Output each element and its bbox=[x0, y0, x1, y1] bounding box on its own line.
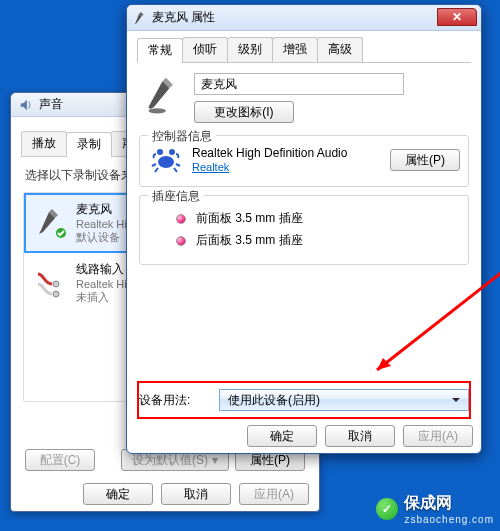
tab-general[interactable]: 常规 bbox=[137, 38, 183, 63]
jack-item: 后面板 3.5 mm 插座 bbox=[176, 232, 460, 249]
ok-button[interactable]: 确定 bbox=[247, 425, 317, 447]
svg-point-4 bbox=[158, 156, 174, 168]
svg-point-1 bbox=[53, 281, 59, 287]
prop-titlebar: 麦克风 属性 ✕ bbox=[127, 5, 481, 31]
change-icon-button[interactable]: 更改图标(I) bbox=[194, 101, 294, 123]
device-name: 线路输入 bbox=[76, 261, 133, 278]
tab-record[interactable]: 录制 bbox=[66, 132, 112, 157]
tab-enhance[interactable]: 增强 bbox=[272, 37, 318, 62]
speaker-icon bbox=[19, 98, 33, 112]
usage-label: 设备用法: bbox=[139, 392, 219, 409]
controller-info-group: 控制器信息 Realtek High Definition Audio Real… bbox=[139, 135, 469, 187]
jack-pink-icon bbox=[176, 214, 186, 224]
jack-info-group: 插座信息 前面板 3.5 mm 插座 后面板 3.5 mm 插座 bbox=[139, 195, 469, 265]
prop-tabs: 常规 侦听 级别 增强 高级 bbox=[137, 37, 471, 63]
device-name-input[interactable] bbox=[194, 73, 404, 95]
jack-label: 前面板 3.5 mm 插座 bbox=[196, 210, 303, 227]
tab-playback[interactable]: 播放 bbox=[21, 131, 67, 156]
usage-row: 设备用法: 使用此设备(启用) bbox=[139, 389, 469, 411]
close-button[interactable]: ✕ bbox=[437, 8, 477, 26]
mic-small-icon bbox=[133, 11, 147, 25]
sound-footer: 确定 取消 应用(A) bbox=[11, 483, 319, 505]
controller-legend: 控制器信息 bbox=[148, 128, 216, 145]
svg-point-3 bbox=[148, 108, 165, 113]
realtek-crab-icon bbox=[150, 144, 182, 176]
controller-props-button[interactable]: 属性(P) bbox=[390, 149, 460, 171]
device-sub: Realtek Hig bbox=[76, 278, 133, 290]
svg-point-6 bbox=[169, 149, 175, 155]
name-row: 更改图标(I) bbox=[137, 63, 471, 127]
mic-properties-window: 麦克风 属性 ✕ 常规 侦听 级别 增强 高级 更改图标(I) 控制器信息 bbox=[126, 4, 482, 454]
tab-levels[interactable]: 级别 bbox=[227, 37, 273, 62]
cancel-button[interactable]: 取消 bbox=[161, 483, 231, 505]
jack-pink-icon bbox=[176, 236, 186, 246]
annotation-arrow bbox=[357, 267, 500, 377]
vendor-link[interactable]: Realtek bbox=[192, 161, 229, 173]
prop-title: 麦克风 属性 bbox=[152, 9, 215, 26]
close-icon: ✕ bbox=[452, 10, 462, 24]
apply-button[interactable]: 应用(A) bbox=[239, 483, 309, 505]
tab-listen[interactable]: 侦听 bbox=[182, 37, 228, 62]
line-in-icon bbox=[34, 266, 68, 300]
device-sub: Realtek Hig bbox=[76, 218, 133, 230]
watermark-logo-icon: ✓ bbox=[376, 498, 398, 520]
mic-large-icon bbox=[145, 73, 180, 119]
controller-name: Realtek High Definition Audio bbox=[192, 146, 390, 160]
usage-value: 使用此设备(启用) bbox=[228, 392, 320, 409]
mic-icon bbox=[34, 206, 68, 240]
svg-point-2 bbox=[53, 291, 59, 297]
usage-select[interactable]: 使用此设备(启用) bbox=[219, 389, 469, 411]
cancel-button[interactable]: 取消 bbox=[325, 425, 395, 447]
jack-label: 后面板 3.5 mm 插座 bbox=[196, 232, 303, 249]
watermark-brand: 保成网 bbox=[404, 493, 494, 514]
tab-advanced[interactable]: 高级 bbox=[317, 37, 363, 62]
watermark: ✓ 保成网 zsbaocheng.com bbox=[376, 493, 494, 525]
ok-button[interactable]: 确定 bbox=[83, 483, 153, 505]
device-status: 默认设备 bbox=[76, 230, 133, 245]
prop-body: 常规 侦听 级别 增强 高级 更改图标(I) 控制器信息 bbox=[127, 31, 481, 265]
device-status: 未插入 bbox=[76, 290, 133, 305]
prop-footer: 确定 取消 应用(A) bbox=[127, 425, 481, 447]
jack-item: 前面板 3.5 mm 插座 bbox=[176, 210, 460, 227]
jack-legend: 插座信息 bbox=[148, 188, 204, 205]
svg-point-5 bbox=[157, 149, 163, 155]
sound-title: 声音 bbox=[39, 96, 63, 113]
device-name: 麦克风 bbox=[76, 201, 133, 218]
watermark-url: zsbaocheng.com bbox=[404, 514, 494, 525]
apply-button[interactable]: 应用(A) bbox=[403, 425, 473, 447]
configure-button[interactable]: 配置(C) bbox=[25, 449, 95, 471]
